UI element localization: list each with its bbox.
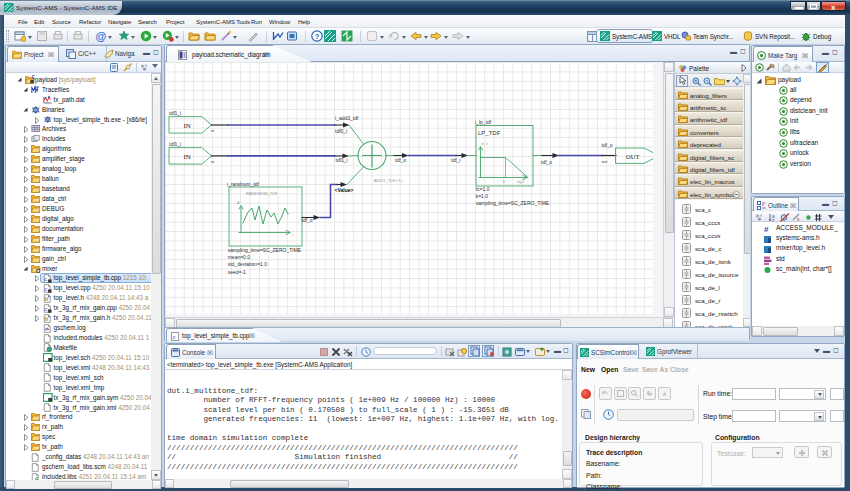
svg-text:tdf_o: tdf_o bbox=[541, 159, 552, 165]
svg-text:<Value>: <Value> bbox=[335, 187, 354, 193]
svg-text:mean=0.0: mean=0.0 bbox=[228, 254, 251, 260]
svg-text:fc: fc bbox=[503, 180, 506, 184]
svg-text:i_add3_tdf: i_add3_tdf bbox=[335, 115, 359, 121]
svg-text:tdf1_i: tdf1_i bbox=[336, 157, 348, 163]
svg-text:C: C bbox=[31, 75, 34, 80]
svg-text:IN: IN bbox=[184, 153, 191, 161]
svg-text:std_deviation=1.0: std_deviation=1.0 bbox=[228, 261, 268, 267]
svg-text:t: t bbox=[292, 233, 294, 237]
svg-text:LP_TDF: LP_TDF bbox=[478, 130, 501, 136]
svg-text:ADD3_TDF<T>: ADD3_TDF<T> bbox=[374, 178, 404, 183]
svg-text:#: # bbox=[764, 225, 769, 234]
svg-text:c: c bbox=[173, 334, 176, 340]
svg-text:k=1.0: k=1.0 bbox=[476, 193, 489, 199]
svg-text:fc_k: fc_k bbox=[482, 142, 489, 146]
svg-text:s: s bbox=[797, 216, 800, 222]
svg-text:in: in bbox=[211, 128, 215, 133]
svg-text:OUT: OUT bbox=[626, 153, 639, 160]
svg-text:tdf1_i: tdf1_i bbox=[169, 110, 181, 116]
svg-text:C: C bbox=[44, 277, 47, 282]
svg-text:RANDNUM_TDF: RANDNUM_TDF bbox=[246, 191, 278, 196]
svg-text:tdf_o: tdf_o bbox=[602, 142, 613, 148]
svg-text:fc=1.0: fc=1.0 bbox=[476, 186, 490, 192]
svg-text:in: in bbox=[211, 159, 215, 164]
svg-text:log f: log f bbox=[517, 180, 524, 184]
svg-text:seed=-1: seed=-1 bbox=[228, 269, 246, 275]
svg-text:i_randnum_tdf: i_randnum_tdf bbox=[227, 181, 260, 187]
svg-text:sampling_time=SC_ZERO_TIME: sampling_time=SC_ZERO_TIME bbox=[476, 200, 550, 206]
svg-text:IN: IN bbox=[184, 122, 191, 130]
svg-text:?: ? bbox=[315, 32, 320, 41]
svg-text:tdf0_i: tdf0_i bbox=[335, 128, 347, 134]
svg-text:sampling_time=SC_ZERO_TIME: sampling_time=SC_ZERO_TIME bbox=[228, 247, 302, 253]
svg-text:tdf_o: tdf_o bbox=[395, 157, 406, 163]
svg-text:C: C bbox=[44, 307, 47, 312]
svg-text:z: z bbox=[772, 218, 775, 222]
svg-text:out: out bbox=[602, 159, 609, 164]
svg-text:tdf_i: tdf_i bbox=[451, 157, 460, 163]
svg-text:i_lp_tdf: i_lp_tdf bbox=[475, 119, 492, 125]
svg-text:C: C bbox=[44, 287, 47, 292]
svg-text:tdf1_i: tdf1_i bbox=[169, 141, 181, 147]
svg-text:A: A bbox=[237, 201, 240, 205]
svg-text:@: @ bbox=[96, 30, 107, 42]
